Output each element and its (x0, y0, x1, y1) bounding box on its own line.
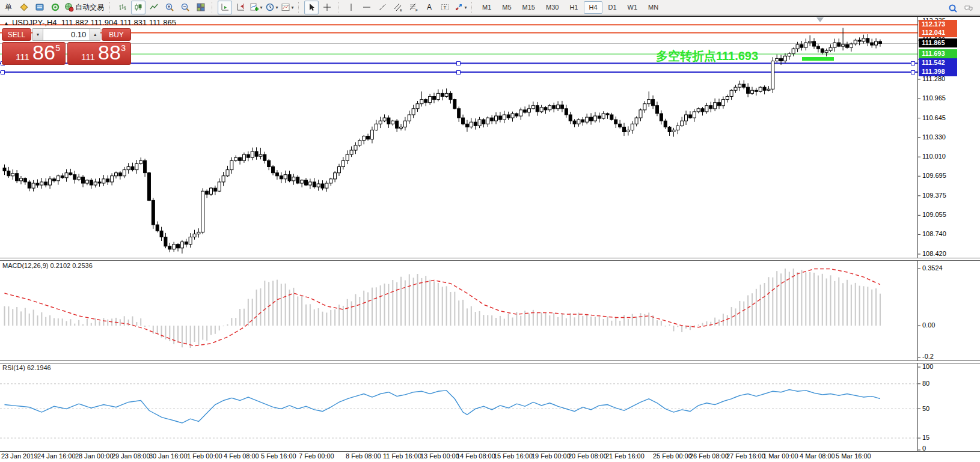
price-tick-109.055: 109.055 (922, 211, 946, 218)
buy-button[interactable]: BUY (102, 28, 131, 41)
macd-tick-0.3524: 0.3524 (922, 264, 943, 272)
time-label: 5 Mar 16:00 (836, 452, 871, 460)
time-label: 27 Feb 16:00 (726, 452, 765, 460)
line-handle-111.398[interactable] (1, 70, 5, 74)
macd-tick--0.2: -0.2 (922, 353, 934, 360)
time-axis-separator (0, 451, 980, 452)
buy-price-prefix: 111 (81, 52, 95, 62)
green-trendline-segment[interactable] (802, 57, 834, 61)
price-badge-111.542: 111.542 (919, 58, 957, 67)
time-label: 5 Feb 16:00 (261, 452, 296, 460)
volume-input[interactable]: 0.10 (43, 28, 90, 41)
price-badge-111.865: 111.865 (919, 38, 957, 47)
price-badge-111.398: 111.398 (919, 67, 957, 76)
pivot-annotation-text[interactable]: 多空转折点111.693 (656, 48, 758, 64)
rsi-tick-15: 15 (922, 434, 929, 441)
macd-pane[interactable] (0, 260, 917, 359)
time-label: 25 Feb 00:00 (653, 452, 692, 460)
sell-price-prefix: 111 (16, 52, 29, 62)
time-label: 7 Feb 00:00 (299, 452, 334, 460)
rsi-label: RSI(14) 62.1946 (2, 364, 51, 371)
time-label: 4 Mar 08:00 (800, 452, 835, 460)
rsi-tick-0: 0 (922, 445, 926, 452)
line-handle-111.542[interactable] (911, 61, 915, 65)
macd-label: MACD(12,26,9) 0.2102 0.2536 (2, 262, 93, 269)
line-handle-111.398[interactable] (911, 70, 915, 74)
chart-title: ▲USDJPY-,H4 111.882 111.904 111.831 111.… (4, 18, 176, 27)
sell-button[interactable]: SELL (2, 28, 31, 41)
time-label: 24 Jan 16:00 (37, 452, 76, 460)
main-price-pane[interactable] (0, 17, 917, 257)
rsi-tick-80: 80 (922, 380, 929, 387)
symbol-period-label: USDJPY-,H4 (12, 18, 57, 27)
time-label: 13 Feb 00:00 (420, 452, 459, 460)
buy-price-sup: 3 (121, 43, 126, 53)
time-label: 20 Feb 08:00 (568, 452, 607, 460)
time-label: 26 Feb 08:00 (690, 452, 729, 460)
time-label: 1 Mar 00:00 (763, 452, 798, 460)
time-label: 28 Jan 00:00 (75, 452, 114, 460)
line-handle-111.542[interactable] (456, 61, 461, 65)
line-handle-111.398[interactable] (456, 70, 461, 74)
sell-price-display[interactable]: 111 86 5 (2, 42, 66, 65)
price-badge-111.693: 111.693 (919, 49, 957, 58)
mt4-application: 单自动交易▾▾▾EFAT▾M1M5M15M30H1H4D1W1MN ▲USDJP… (0, 0, 980, 462)
gray-arrow-marker[interactable] (816, 17, 824, 22)
sell-price-sup: 5 (55, 43, 60, 53)
volume-decrease-button[interactable]: ▼ (32, 28, 43, 41)
price-badge-112.041: 112.041 (919, 28, 957, 37)
rsi-tick-100: 100 (922, 363, 933, 370)
ohlc-values: 111.882 111.904 111.831 111.865 (61, 18, 176, 27)
price-tick-109.695: 109.695 (922, 172, 946, 179)
price-tick-110.645: 110.645 (922, 114, 946, 121)
price-tick-110.010: 110.010 (922, 153, 946, 160)
time-label: 8 Feb 08:00 (346, 452, 381, 460)
collapse-arrow-icon[interactable]: ▲ (4, 20, 9, 26)
time-label: 4 Feb 08:00 (224, 452, 259, 460)
price-tick-108.740: 108.740 (922, 230, 946, 237)
time-label: 14 Feb 08:00 (456, 452, 495, 460)
time-label: 19 Feb 00:00 (531, 452, 571, 460)
volume-increase-button[interactable]: ▲ (90, 28, 100, 41)
time-label: 11 Feb 16:00 (383, 452, 421, 460)
time-label: 23 Jan 2019 (1, 452, 38, 460)
pane-divider-rsi[interactable] (0, 360, 980, 363)
time-label: 1 Feb 00:00 (187, 452, 222, 460)
macd-tick-0.00: 0.00 (922, 321, 935, 329)
buy-price-display[interactable]: 111 88 3 (67, 42, 131, 65)
buy-price-big: 88 (98, 41, 121, 64)
price-tick-108.420: 108.420 (922, 250, 946, 257)
pane-divider-macd[interactable] (0, 258, 980, 261)
price-tick-110.330: 110.330 (922, 133, 946, 141)
rsi-pane[interactable] (0, 362, 917, 451)
rsi-tick-50: 50 (922, 405, 929, 412)
price-tick-109.375: 109.375 (922, 192, 946, 199)
time-label: 29 Jan 08:00 (112, 452, 150, 460)
time-label: 15 Feb 16:00 (494, 452, 533, 460)
price-tick-110.965: 110.965 (922, 94, 946, 102)
time-label: 30 Jan 16:00 (149, 452, 188, 460)
one-click-trading-panel: SELL ▼ 0.10 ▲ BUY 111 86 5 111 88 3 (2, 28, 131, 65)
sell-price-big: 86 (32, 41, 55, 64)
time-label: 21 Feb 16:00 (605, 452, 645, 460)
